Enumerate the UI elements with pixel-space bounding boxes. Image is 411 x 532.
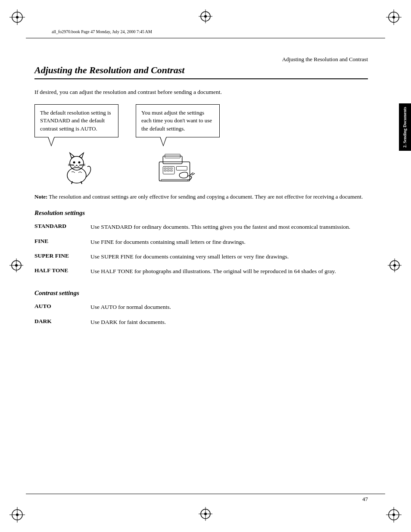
- term-super-fine: SUPER FINE: [34, 252, 90, 259]
- corner-mark-br: [385, 506, 402, 523]
- header-line: [26, 38, 385, 38]
- term-dark: DARK: [34, 318, 90, 325]
- page-number: 47: [362, 496, 368, 503]
- svg-point-23: [204, 513, 207, 515]
- svg-point-27: [15, 264, 18, 267]
- header-filename: all_fo2970.book Page 47 Monday, July 24,…: [52, 29, 152, 34]
- svg-point-31: [393, 264, 396, 267]
- table-row: DARK Use DARK for faint documents.: [34, 318, 368, 327]
- table-row: FINE Use FINE for documents containing s…: [34, 238, 368, 246]
- illustrations-row: [34, 142, 368, 185]
- table-row: STANDARD Use STANDARD for ordinary docum…: [34, 223, 368, 231]
- mid-mark-left: [9, 258, 24, 275]
- resolution-heading: Resolution settings: [34, 209, 368, 217]
- svg-rect-51: [170, 168, 172, 169]
- note-label: Note:: [34, 193, 47, 200]
- note-text: The resolution and contrast settings are…: [47, 193, 363, 200]
- table-row: SUPER FINE Use SUPER FINE for documents …: [34, 252, 368, 261]
- contrast-table: AUTO Use AUTO for normal documents. DARK…: [34, 303, 368, 327]
- svg-line-41: [79, 164, 85, 165]
- mid-mark-right: [387, 258, 402, 275]
- svg-point-36: [73, 161, 75, 163]
- table-row: AUTO Use AUTO for normal documents.: [34, 303, 368, 311]
- side-tab-text: 2. Sending Documents: [402, 107, 408, 148]
- mid-mark-bottom: [198, 506, 213, 523]
- corner-mark-tr: [385, 9, 402, 26]
- svg-rect-52: [164, 170, 166, 171]
- svg-point-7: [392, 16, 395, 19]
- desc-standard: Use STANDARD for ordinary documents. Thi…: [90, 223, 368, 231]
- desc-fine: Use FINE for documents containing small …: [90, 238, 368, 246]
- intro-paragraph: If desired, you can adjust the resolutio…: [34, 88, 368, 96]
- term-half-tone: HALF TONE: [34, 267, 90, 274]
- header-page-title: Adjusting the Resolution and Contrast: [282, 56, 368, 63]
- speech-bubbles-row: The default resolution setting is STANDA…: [34, 104, 368, 137]
- svg-point-11: [16, 513, 19, 516]
- svg-rect-46: [163, 156, 182, 164]
- side-tab: 2. Sending Documents: [399, 103, 411, 151]
- svg-point-15: [392, 513, 395, 516]
- svg-point-33: [70, 156, 84, 170]
- svg-point-3: [16, 16, 19, 19]
- speech-bubble-right: You must adjust the settings each time y…: [136, 104, 220, 137]
- main-heading: Adjusting the Resolution and Contrast: [34, 65, 368, 79]
- note-paragraph: Note: The resolution and contrast settin…: [34, 193, 368, 201]
- term-auto: AUTO: [34, 303, 90, 310]
- main-content: Adjusting the Resolution and Contrast If…: [34, 65, 368, 334]
- footer-line: [26, 494, 385, 494]
- svg-marker-38: [76, 165, 78, 166]
- resolution-table: STANDARD Use STANDARD for ordinary docum…: [34, 223, 368, 276]
- svg-line-39: [68, 164, 74, 165]
- corner-mark-bl: [9, 506, 26, 523]
- desc-half-tone: Use HALF TONE for photographs and illust…: [90, 267, 368, 276]
- cat-illustration: [34, 146, 118, 185]
- svg-rect-49: [164, 168, 166, 169]
- table-row: HALF TONE Use HALF TONE for photographs …: [34, 267, 368, 276]
- page: all_fo2970.book Page 47 Monday, July 24,…: [0, 0, 411, 532]
- svg-point-19: [204, 15, 207, 18]
- desc-auto: Use AUTO for normal documents.: [90, 303, 368, 311]
- corner-mark-tl: [9, 9, 26, 26]
- svg-rect-55: [176, 166, 187, 170]
- fax-figure: [153, 150, 196, 185]
- mid-mark-top: [198, 9, 213, 26]
- fax-machine-illustration: [136, 150, 213, 185]
- desc-dark: Use DARK for faint documents.: [90, 318, 368, 327]
- svg-rect-53: [167, 170, 169, 171]
- svg-rect-54: [170, 170, 172, 171]
- svg-rect-50: [167, 168, 169, 169]
- speech-bubble-left: The default resolution setting is STANDA…: [34, 104, 118, 137]
- term-standard: STANDARD: [34, 223, 90, 230]
- desc-super-fine: Use SUPER FINE for documents containing …: [90, 252, 368, 261]
- svg-point-37: [78, 161, 80, 163]
- term-fine: FINE: [34, 238, 90, 245]
- contrast-heading: Contrast settings: [34, 289, 368, 297]
- cat-figure: [59, 146, 94, 185]
